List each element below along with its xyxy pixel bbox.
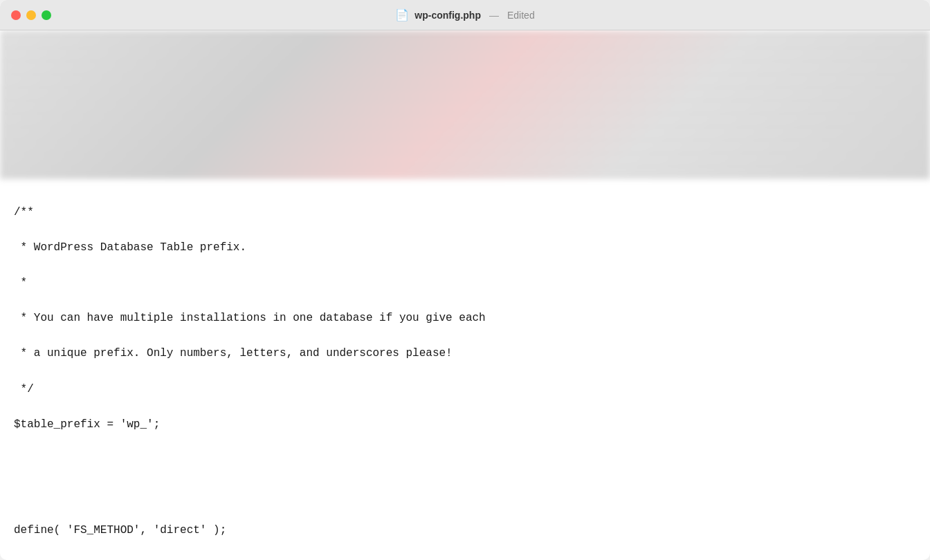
main-window: 📄 wp-config.php — Edited /** * WordPress… [0,0,930,560]
code-section[interactable]: /** * WordPress Database Table prefix. *… [0,179,930,560]
close-button[interactable] [11,10,21,20]
code-line-5: * a unique prefix. Only numbers, letters… [14,345,916,363]
file-icon: 📄 [395,8,409,21]
title-bar: 📄 wp-config.php — Edited [0,0,930,30]
code-line-11 [14,557,916,560]
blurred-content [0,30,930,179]
filename: wp-config.php [414,10,481,21]
code-line-1: /** [14,204,916,222]
code-line-7: $table_prefix = 'wp_'; [14,416,916,434]
maximize-button[interactable] [42,10,51,20]
code-line-2: * WordPress Database Table prefix. [14,239,916,257]
editor-area[interactable]: /** * WordPress Database Table prefix. *… [0,30,930,560]
title-separator: — [489,10,499,21]
window-title: 📄 wp-config.php — Edited [395,8,534,21]
code-line-8 [14,451,916,469]
code-line-10: define( 'FS_METHOD', 'direct' ); [14,522,916,540]
code-line-3: * [14,274,916,292]
edit-status: Edited [507,10,535,21]
window-controls [11,10,51,20]
code-content[interactable]: /** * WordPress Database Table prefix. *… [0,179,930,560]
minimize-button[interactable] [26,10,36,20]
code-line-4: * You can have multiple installations in… [14,310,916,328]
code-line-9 [14,487,916,505]
code-line-6: */ [14,381,916,399]
